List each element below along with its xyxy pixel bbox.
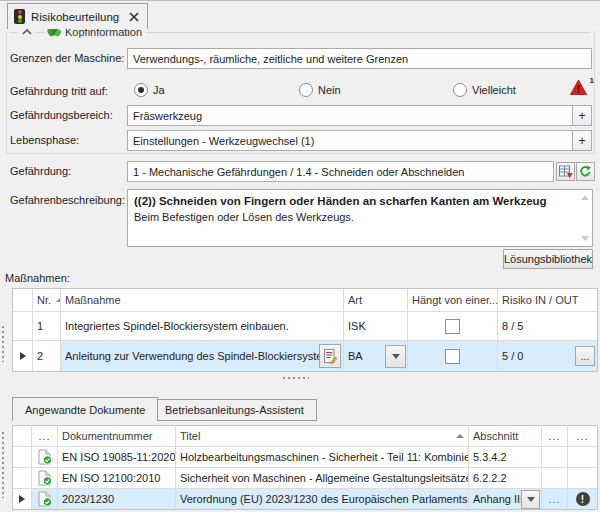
- tab-angewandte-dokumente[interactable]: Angewandte Dokumente: [12, 397, 158, 421]
- row-indicator-cell: [13, 341, 33, 371]
- header-extra-2[interactable]: ...: [568, 426, 597, 446]
- scroll-up-icon[interactable]: [581, 195, 589, 200]
- row-art: ISK: [348, 320, 366, 332]
- more-options-button[interactable]: ...: [575, 346, 595, 366]
- dokumente-header-row: ... Dokumentnummer Titel Abschnitt ... .…: [13, 426, 597, 447]
- art-dropdown-button[interactable]: [385, 345, 406, 368]
- tab-title: Risikobeurteilung: [31, 11, 119, 23]
- tab-betriebsanleitungs-assistent[interactable]: Betriebsanleitungs-Assistent: [152, 399, 317, 421]
- doc-title: Verordnung (EU) 2023/1230 des Europäisch…: [180, 493, 469, 505]
- header-titel[interactable]: Titel: [176, 426, 469, 446]
- svg-text:!: !: [577, 84, 580, 95]
- lebensphase-field[interactable]: Einstellungen - Werkzeugwechsel (1) +: [127, 130, 592, 151]
- header-status[interactable]: ...: [32, 426, 58, 446]
- exclamation-icon[interactable]: !: [576, 492, 590, 506]
- radio-circle-icon: [299, 83, 313, 97]
- beschreibung-line1: ((2)) Schneiden von Fingern oder Händen …: [134, 193, 576, 210]
- header-indicator-cell: [13, 289, 33, 311]
- massnahmen-row-1[interactable]: 1 Integriertes Spindel-Blockiersystem ei…: [13, 312, 597, 341]
- haengt-checkbox[interactable]: [445, 349, 460, 364]
- header-art[interactable]: Art: [344, 289, 408, 311]
- tritt-auf-label: Gefährdung tritt auf:: [10, 81, 128, 101]
- loesungsbibliothek-button[interactable]: Lösungsbibliothek: [503, 249, 593, 269]
- risk-assessment-window: { "colors": {"selection": "#d9ecfb", "al…: [0, 0, 600, 512]
- header-nr[interactable]: Nr.: [33, 289, 61, 311]
- tab-risikobeurteilung[interactable]: Risikobeurteilung: [7, 3, 148, 29]
- radio-ja[interactable]: Ja: [134, 81, 165, 99]
- header-haengt[interactable]: Hängt von einer...: [408, 289, 498, 311]
- header-massnahme[interactable]: Maßnahme: [61, 289, 344, 311]
- chevron-down-icon: [392, 354, 400, 359]
- grenzen-value: Verwendungs-, räumliche, zeitliche und w…: [128, 53, 591, 65]
- alarm-warning-icon[interactable]: ! 1: [570, 79, 592, 99]
- document-check-icon: [38, 470, 52, 486]
- lebensphase-add-button[interactable]: +: [572, 131, 591, 150]
- bereich-add-button[interactable]: +: [572, 106, 591, 125]
- edit-note-icon: [324, 349, 337, 364]
- radio-ja-label: Ja: [153, 84, 165, 96]
- dokumente-grid: ... Dokumentnummer Titel Abschnitt ... .…: [12, 425, 598, 510]
- row-massnahme: Anleitung zur Verwendung des Spindel-Blo…: [65, 350, 319, 362]
- radio-vielleicht[interactable]: Vielleicht: [453, 81, 516, 99]
- hazard-list-export-button[interactable]: [556, 162, 575, 181]
- bereich-label: Gefährdungsbereich:: [10, 105, 128, 125]
- beschreibung-label: Gefahrenbeschreibung:: [10, 190, 128, 210]
- hazard-refresh-button[interactable]: [576, 162, 595, 181]
- scroll-down-icon[interactable]: [581, 236, 589, 241]
- beschreibung-line2: Beim Befestigen oder Lösen des Werkzeugs…: [134, 210, 576, 226]
- row-art: BA: [348, 350, 385, 362]
- dokument-row-3-selected[interactable]: 2023/1230 Verordnung (EU) 2023/1230 des …: [13, 489, 597, 509]
- row-nr: 2: [37, 350, 43, 362]
- gefaehrdung-label: Gefährdung:: [10, 161, 128, 181]
- traffic-light-icon: [14, 9, 25, 24]
- row-nr: 1: [37, 320, 43, 332]
- row-indicator-cell: [13, 447, 32, 467]
- haengt-checkbox[interactable]: [445, 319, 460, 334]
- doc-number: 2023/1230: [62, 493, 114, 505]
- collapse-chevron-up-icon[interactable]: [21, 28, 33, 36]
- tab-label: Betriebsanleitungs-Assistent: [165, 404, 304, 416]
- grenzen-label: Grenzen der Maschine:: [10, 48, 128, 68]
- dokument-row-1[interactable]: EN ISO 19085-11:2020 Holzbearbeitungsmas…: [13, 447, 597, 468]
- tabstrip-divider: [0, 0, 600, 1]
- current-row-icon: [19, 495, 25, 503]
- header-indicator-cell: [13, 426, 32, 446]
- grenzen-field[interactable]: Verwendungs-, räumliche, zeitliche und w…: [127, 48, 592, 69]
- massnahmen-grid: Nr. Maßnahme Art Hängt von einer... Risi…: [12, 288, 598, 372]
- horizontal-splitter-handle[interactable]: [283, 377, 309, 379]
- doc-more-button[interactable]: ...: [542, 489, 568, 509]
- bereich-value: Fräswerkzeug: [128, 110, 572, 122]
- sort-asc-icon: [456, 434, 464, 438]
- bereich-field[interactable]: Fräswerkzeug +: [127, 105, 592, 126]
- doc-number: EN ISO 12100:2010: [62, 472, 160, 484]
- header-risiko[interactable]: Risiko IN / OUT: [498, 289, 597, 311]
- tab-label: Angewandte Dokumente: [25, 404, 145, 416]
- lebensphase-label: Lebensphase:: [10, 130, 128, 150]
- massnahmen-label: Maßnahmen:: [5, 272, 70, 284]
- header-extra-1[interactable]: ...: [542, 426, 568, 446]
- edit-note-button[interactable]: [319, 344, 341, 368]
- abschnitt-dropdown-button[interactable]: [521, 490, 540, 509]
- beschreibung-textarea[interactable]: ((2)) Schneiden von Fingern oder Händen …: [127, 189, 593, 247]
- header-abschnitt[interactable]: Abschnitt: [469, 426, 542, 446]
- left-splitter-handle[interactable]: [2, 432, 4, 498]
- header-dokumentnummer[interactable]: Dokumentnummer: [58, 426, 176, 446]
- doc-title: Holzbearbeitungsmaschinen - Sicherheit -…: [180, 451, 469, 463]
- doc-number: EN ISO 19085-11:2020: [62, 451, 176, 463]
- radio-nein[interactable]: Nein: [299, 81, 341, 99]
- row-risiko: 5 / 0: [502, 350, 575, 362]
- document-check-icon: [38, 449, 52, 465]
- massnahmen-header-row: Nr. Maßnahme Art Hängt von einer... Risi…: [13, 289, 597, 312]
- row-indicator-cell: [13, 312, 33, 340]
- left-splitter-handle[interactable]: [2, 326, 4, 362]
- dokument-row-2[interactable]: EN ISO 12100:2010 Sicherheit von Maschin…: [13, 468, 597, 489]
- close-icon[interactable]: [129, 12, 139, 22]
- grid-red-arrow-icon: [559, 165, 573, 179]
- massnahmen-row-2-selected[interactable]: 2 Anleitung zur Verwendung des Spindel-B…: [13, 341, 597, 371]
- row-risiko: 8 / 5: [502, 320, 523, 332]
- doc-section: 6.2.2.2: [473, 472, 507, 484]
- gefaehrdung-value: 1 - Mechanische Gefährdungen / 1.4 - Sch…: [128, 166, 553, 178]
- row-indicator-cell: [13, 489, 32, 509]
- doc-section: Anhang III,...: [473, 493, 521, 505]
- gefaehrdung-field[interactable]: 1 - Mechanische Gefährdungen / 1.4 - Sch…: [127, 161, 554, 182]
